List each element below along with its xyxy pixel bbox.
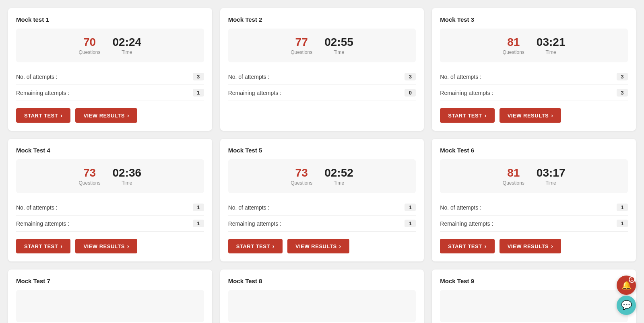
no-of-attempts-value: 3 [193, 73, 204, 80]
questions-label: Questions [291, 180, 312, 186]
no-of-attempts-value: 3 [617, 73, 628, 80]
stats-box: 70 Questions 02:24 Time [16, 29, 204, 62]
remaining-attempts-row: Remaining attempts : 1 [228, 216, 416, 232]
questions-label: Questions [503, 49, 524, 55]
no-of-attempts-row: No. of attempts : 3 [440, 69, 628, 85]
test-grid: Mock test 1 70 Questions 02:24 Time No. … [8, 8, 636, 323]
no-of-attempts-label: No. of attempts : [228, 204, 270, 211]
view-chevron-icon: › [127, 243, 129, 249]
no-of-attempts-label: No. of attempts : [440, 204, 481, 211]
stats-box [440, 290, 628, 322]
start-test-button[interactable]: START TEST › [440, 239, 494, 253]
view-results-button[interactable]: VIEW RESULTS › [500, 108, 561, 123]
questions-value: 77 [295, 36, 308, 49]
button-row: START TEST ›VIEW RESULTS › [16, 239, 204, 253]
start-test-button[interactable]: START TEST › [16, 239, 70, 253]
questions-label: Questions [79, 180, 101, 186]
time-label: Time [122, 49, 132, 55]
time-label: Time [334, 49, 344, 55]
start-chevron-icon: › [485, 112, 487, 119]
time-stat: 02:24 Time [113, 36, 142, 55]
time-stat: 02:52 Time [324, 167, 353, 186]
no-of-attempts-label: No. of attempts : [228, 74, 270, 80]
notification-badge: 1 [629, 276, 635, 283]
questions-value: 73 [295, 167, 308, 179]
remaining-attempts-label: Remaining attempts : [440, 90, 493, 96]
start-test-button[interactable]: START TEST › [16, 108, 70, 123]
questions-stat: 81 Questions [503, 167, 524, 186]
button-row: START TEST ›VIEW RESULTS › [440, 239, 628, 253]
remaining-attempts-label: Remaining attempts : [228, 220, 281, 227]
no-of-attempts-label: No. of attempts : [16, 204, 58, 211]
no-of-attempts-label: No. of attempts : [16, 74, 58, 80]
time-label: Time [334, 180, 344, 186]
remaining-attempts-row: Remaining attempts : 1 [16, 85, 204, 101]
questions-stat: 77 Questions [291, 36, 312, 55]
time-value: 02:52 [324, 167, 353, 179]
no-of-attempts-row: No. of attempts : 1 [228, 200, 416, 216]
remaining-attempts-value: 1 [405, 220, 416, 227]
time-label: Time [546, 49, 556, 55]
remaining-attempts-row: Remaining attempts : 1 [440, 216, 628, 232]
card-mock-test-6: Mock Test 6 81 Questions 03:17 Time No. … [432, 139, 636, 261]
time-stat: 02:55 Time [324, 36, 353, 55]
card-mock-test-2: Mock Test 2 77 Questions 02:55 Time No. … [220, 8, 424, 131]
start-test-button[interactable]: START TEST › [228, 239, 283, 253]
no-of-attempts-row: No. of attempts : 3 [228, 69, 416, 85]
questions-value: 81 [507, 36, 520, 49]
remaining-attempts-row: Remaining attempts : 1 [16, 216, 204, 232]
questions-value: 70 [83, 36, 96, 49]
view-chevron-icon: › [551, 243, 553, 249]
button-row: START TEST ›VIEW RESULTS › [16, 108, 204, 123]
chat-button[interactable]: 💬 [617, 296, 636, 315]
view-chevron-icon: › [127, 112, 129, 119]
no-of-attempts-row: No. of attempts : 3 [16, 69, 204, 85]
remaining-attempts-label: Remaining attempts : [228, 90, 281, 96]
time-value: 03:17 [537, 167, 566, 179]
card-mock-test-4: Mock Test 4 73 Questions 02:36 Time No. … [8, 139, 212, 261]
time-value: 02:36 [113, 167, 142, 179]
start-chevron-icon: › [272, 243, 275, 249]
remaining-attempts-row: Remaining attempts : 3 [440, 85, 628, 101]
card-mock-test-8: Mock Test 8 [220, 270, 424, 323]
no-of-attempts-value: 1 [405, 204, 416, 211]
start-chevron-icon: › [485, 243, 487, 249]
remaining-attempts-row: Remaining attempts : 0 [228, 85, 416, 101]
questions-label: Questions [79, 49, 101, 55]
view-chevron-icon: › [551, 112, 553, 119]
remaining-attempts-value: 0 [405, 89, 416, 97]
button-row: START TEST ›VIEW RESULTS › [440, 108, 628, 123]
card-title: Mock Test 4 [16, 147, 204, 154]
stats-box: 73 Questions 02:36 Time [16, 159, 204, 193]
no-of-attempts-row: No. of attempts : 1 [16, 200, 204, 216]
no-of-attempts-label: No. of attempts : [440, 74, 481, 80]
no-of-attempts-row: No. of attempts : 1 [440, 200, 628, 216]
view-chevron-icon: › [339, 243, 341, 249]
time-stat: 03:21 Time [537, 36, 566, 55]
card-title: Mock Test 7 [16, 278, 204, 284]
time-label: Time [122, 180, 132, 186]
questions-label: Questions [291, 49, 312, 55]
view-results-button[interactable]: VIEW RESULTS › [75, 239, 137, 253]
card-mock-test-7: Mock Test 7 [8, 270, 212, 323]
card-title: Mock Test 9 [440, 278, 628, 284]
no-of-attempts-value: 1 [617, 204, 628, 211]
time-stat: 03:17 Time [537, 167, 566, 186]
time-value: 03:21 [537, 36, 566, 49]
questions-label: Questions [503, 180, 524, 186]
remaining-attempts-label: Remaining attempts : [16, 90, 69, 96]
questions-value: 73 [83, 167, 96, 179]
card-title: Mock Test 2 [228, 16, 416, 23]
notification-button[interactable]: 🔔 1 [617, 276, 636, 295]
start-chevron-icon: › [60, 112, 62, 119]
remaining-attempts-label: Remaining attempts : [16, 220, 69, 227]
remaining-attempts-value: 1 [617, 220, 628, 227]
view-results-button[interactable]: VIEW RESULTS › [500, 239, 561, 253]
stats-box [228, 290, 416, 322]
start-chevron-icon: › [60, 243, 62, 249]
card-mock-test-9: Mock Test 9 [432, 270, 636, 323]
view-results-button[interactable]: VIEW RESULTS › [287, 239, 349, 253]
start-test-button[interactable]: START TEST › [440, 108, 494, 123]
view-results-button[interactable]: VIEW RESULTS › [75, 108, 137, 123]
time-value: 02:55 [324, 36, 353, 49]
